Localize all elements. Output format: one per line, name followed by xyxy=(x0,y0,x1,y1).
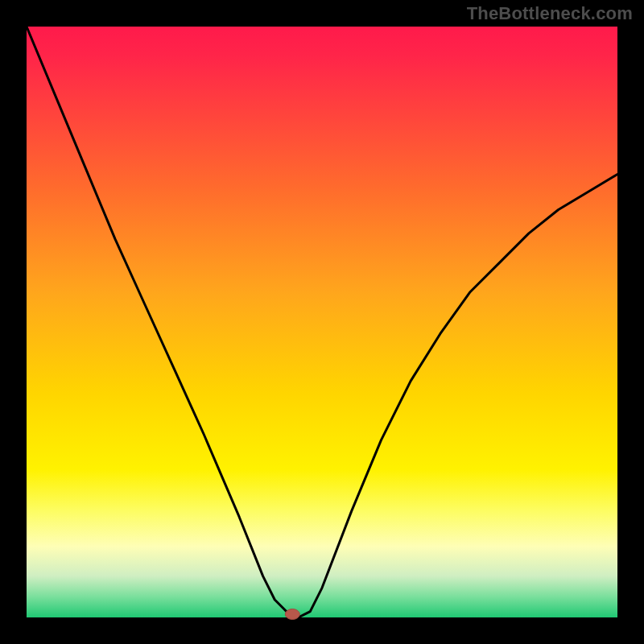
watermark-text: TheBottleneck.com xyxy=(467,3,633,24)
plot-area-gradient xyxy=(27,27,617,617)
chart-frame: TheBottleneck.com xyxy=(0,0,644,644)
minimum-marker xyxy=(285,609,299,620)
bottleneck-chart xyxy=(0,0,644,644)
